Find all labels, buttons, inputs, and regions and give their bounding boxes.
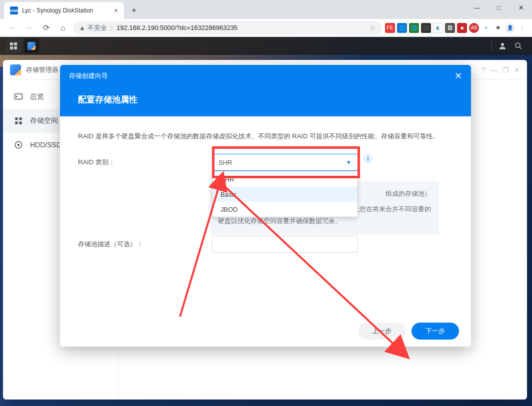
svg-point-4 xyxy=(501,43,504,46)
raid-type-select[interactable]: SHR ▼ xyxy=(212,154,358,171)
svg-rect-2 xyxy=(10,46,13,49)
raid-option-shr[interactable]: SHR xyxy=(212,172,358,187)
window-maximize-icon[interactable]: ❐ xyxy=(502,66,509,74)
storage-manager-icon xyxy=(10,64,21,75)
url-input[interactable]: ▲ 不安全 | 192.168.2.190:5000/?dc=163228696… xyxy=(73,21,382,35)
next-button[interactable]: 下一步 xyxy=(412,323,459,340)
dsm-search-icon[interactable] xyxy=(511,38,526,53)
extension-icon[interactable]: ◐ xyxy=(433,23,443,33)
svg-point-8 xyxy=(16,96,18,97)
extension-icon[interactable]: FE xyxy=(385,23,395,33)
window-controls: — □ ✕ xyxy=(466,0,532,15)
close-button[interactable]: ✕ xyxy=(510,0,532,15)
wizard-header-title: 存储创建向导 xyxy=(69,71,108,80)
svg-rect-9 xyxy=(15,117,18,120)
tab-close-icon[interactable]: × xyxy=(114,6,118,14)
dsm-storage-manager-taskbar-icon[interactable] xyxy=(24,38,39,53)
reload-button[interactable]: ⟳ xyxy=(39,21,53,35)
storage-icon xyxy=(14,116,23,125)
new-tab-button[interactable]: + xyxy=(127,3,141,17)
extension-icon[interactable]: 🖼 xyxy=(445,23,455,33)
wizard-description: RAID 是将多个硬盘聚合成一个存储池的数据存储虚拟化技术。不同类型的 RAID… xyxy=(78,130,453,142)
address-bar: ← → ⟳ ⌂ ▲ 不安全 | 192.168.2.190:5000/?dc=1… xyxy=(0,19,532,37)
warning-icon: ▲ xyxy=(79,24,86,31)
svg-rect-11 xyxy=(15,122,18,124)
svg-line-6 xyxy=(520,47,522,49)
raid-option-basic[interactable]: Basic xyxy=(212,187,358,202)
chevron-down-icon: ▼ xyxy=(346,159,352,165)
svg-rect-3 xyxy=(14,46,17,49)
sidebar-item-label: 总览 xyxy=(30,92,44,101)
forward-button[interactable]: → xyxy=(22,21,36,35)
pool-description-input[interactable] xyxy=(212,236,358,253)
sidebar-item-label: 存储空间 xyxy=(30,116,58,125)
pool-description-label: 存储池描述（可选）： xyxy=(78,236,212,249)
svg-rect-12 xyxy=(20,122,22,124)
tab-favicon: DSM xyxy=(10,6,18,14)
window-title: 存储管理器 xyxy=(26,65,58,74)
svg-point-14 xyxy=(18,144,20,146)
raid-type-dropdown: SHR Basic JBOD xyxy=(212,171,358,217)
home-button[interactable]: ⌂ xyxy=(56,21,70,35)
extension-icon[interactable]: ✦ xyxy=(481,23,491,33)
window-close-icon[interactable]: ✕ xyxy=(514,66,520,74)
extensions-menu-icon[interactable]: ✱ xyxy=(493,23,503,33)
dsm-desktop: 存储管理器 ? — ❐ ✕ 总览 存储空 xyxy=(0,37,532,406)
extension-icon[interactable]: ⬛ xyxy=(421,23,431,33)
sidebar-item-label: HDD/SSD xyxy=(30,141,62,149)
extension-adblock-icon[interactable]: AB xyxy=(469,23,479,33)
svg-rect-0 xyxy=(10,42,13,45)
dsm-main-menu-icon[interactable] xyxy=(6,38,21,53)
hdd-icon xyxy=(14,140,23,149)
wizard-header: 存储创建向导 ✕ xyxy=(60,65,471,87)
wizard-step-title: 配置存储池属性 xyxy=(60,87,471,116)
browser-menu-icon[interactable]: ⋮ xyxy=(517,23,527,33)
overview-icon xyxy=(14,92,23,101)
info-icon[interactable]: i xyxy=(363,154,373,164)
note-line2-rest: 硬盘以优化存储空间容量并确保数据冗余。 xyxy=(218,215,431,228)
extension-icon[interactable]: 🌐 xyxy=(397,23,407,33)
browser-tab[interactable]: DSM Lyc - Synology DiskStation × xyxy=(4,2,124,19)
extensions-area: FE 🌐 🌐 ⬛ ◐ 🖼 ■ AB ✦ ✱ 👤 ⋮ xyxy=(385,23,527,33)
help-icon[interactable]: ? xyxy=(482,66,486,74)
raid-selected-value: SHR xyxy=(218,159,232,166)
window-minimize-icon[interactable]: — xyxy=(490,66,498,74)
wizard-footer: 上一步 下一步 xyxy=(60,316,471,347)
back-button[interactable]: ← xyxy=(5,21,19,35)
bookmark-star-icon[interactable]: ☆ xyxy=(370,24,376,32)
raid-type-label: RAID 类别： xyxy=(78,154,212,167)
svg-rect-10 xyxy=(20,117,22,120)
extension-icon[interactable]: ■ xyxy=(457,23,467,33)
raid-option-jbod[interactable]: JBOD xyxy=(212,202,358,217)
maximize-button[interactable]: □ xyxy=(488,0,510,15)
svg-point-5 xyxy=(516,43,520,47)
minimize-button[interactable]: — xyxy=(466,0,488,15)
extension-icon[interactable]: 🌐 xyxy=(409,23,419,33)
storage-creation-wizard: 存储创建向导 ✕ 配置存储池属性 RAID 是将多个硬盘聚合成一个存储池的数据存… xyxy=(60,65,471,347)
dsm-user-icon[interactable] xyxy=(495,38,510,53)
tab-title: Lyc - Synology DiskStation xyxy=(22,7,93,14)
dsm-top-bar xyxy=(0,37,532,55)
profile-avatar[interactable]: 👤 xyxy=(505,23,515,33)
prev-button[interactable]: 上一步 xyxy=(358,323,406,340)
wizard-close-icon[interactable]: ✕ xyxy=(454,70,462,81)
url-text: 192.168.2.190:5000/?dc=1632286963235 xyxy=(116,24,238,31)
insecure-label: 不安全 xyxy=(88,23,107,32)
security-indicator[interactable]: ▲ 不安全 xyxy=(79,23,107,32)
svg-rect-1 xyxy=(14,42,17,45)
browser-tab-strip: DSM Lyc - Synology DiskStation × + — □ ✕ xyxy=(0,0,532,19)
